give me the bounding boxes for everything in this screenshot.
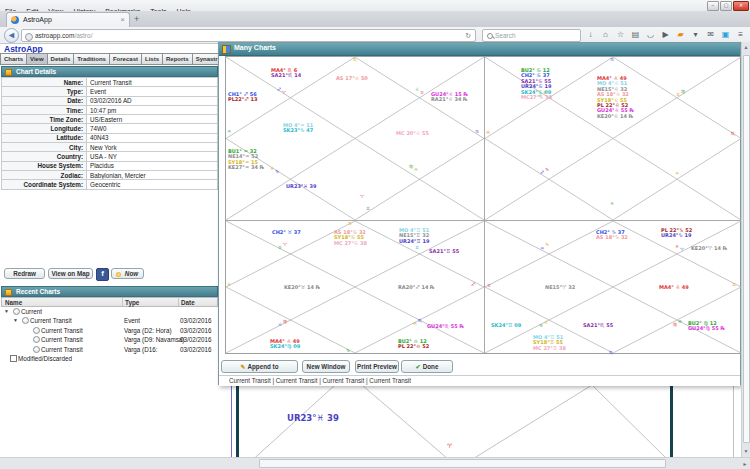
recent-charts-header: Recent Charts	[1, 286, 218, 297]
sign-glyph: ♊	[415, 246, 419, 251]
planet-label: BU2° ♎ 12PL 22°♎ 52	[398, 339, 429, 350]
planet-label: MA4° ♌ 49	[659, 285, 689, 290]
sign-glyph: ♌	[538, 94, 542, 99]
home-icon[interactable]: ⌂	[598, 28, 613, 42]
tab-lists[interactable]: Lists	[142, 53, 163, 65]
detail-label: Time Zone:	[2, 115, 87, 124]
sign-glyph: ♓	[610, 202, 614, 207]
column-header-type[interactable]: Type	[125, 299, 139, 306]
download-icon[interactable]: ↓	[583, 28, 598, 42]
maximize-button[interactable]: ▢	[720, 1, 732, 11]
hamburger-icon[interactable]: ≡	[733, 28, 748, 42]
column-header-date[interactable]: Date	[181, 299, 195, 306]
reload-icon[interactable]: ↻	[465, 32, 471, 40]
planet-label: KE20°♉ 14 ℞	[284, 285, 320, 290]
tree-item-date: 03/02/2016	[180, 317, 212, 324]
search-input[interactable]: Search	[482, 29, 581, 42]
tab-forecast[interactable]: Forecast	[110, 53, 142, 65]
planet-label: GU24°♏ 55 ℞	[427, 324, 464, 329]
append-to-astroscribe-button[interactable]: ✎Append to AstroScribe	[221, 360, 298, 373]
horizontal-scrollbar[interactable]: ►	[0, 457, 750, 469]
redraw-button[interactable]: Redraw	[4, 268, 45, 279]
tab-close-icon[interactable]: ×	[120, 15, 125, 25]
chart-radio-icon[interactable]	[13, 308, 20, 315]
caret-icon[interactable]: ▾	[688, 28, 703, 42]
planet-label: MA4° ♏ 6SA21°♏ 14	[271, 68, 301, 79]
tab-details[interactable]: Details	[48, 53, 75, 65]
done-button[interactable]: ✔Done	[401, 360, 453, 373]
chart-details-table: Name:Current TransitType:EventDate:03/02…	[1, 77, 218, 190]
horizontal-scroll-thumb[interactable]	[259, 459, 666, 468]
dialog-titlebar[interactable]: Many Charts	[219, 43, 740, 56]
app-icon[interactable]: ▣	[718, 28, 733, 42]
sign-glyph: ♌	[415, 88, 419, 93]
tab-view[interactable]: View	[27, 53, 48, 65]
sign-glyph: ♒	[540, 247, 544, 252]
background-uranus-label: UR23°♓ 39	[287, 413, 339, 423]
view-on-map-button[interactable]: View on Map	[48, 268, 93, 279]
planet-label: NE15°♈ 32	[545, 285, 575, 290]
sign-glyph: ♓	[227, 283, 231, 288]
scroll-down-icon[interactable]: ▼	[742, 446, 750, 457]
minimize-button[interactable]: –	[707, 1, 719, 11]
sign-glyph: ♓	[675, 245, 679, 250]
scroll-up-icon[interactable]: ▲	[742, 42, 750, 53]
planet-label: BU1° ♒ 32NE14°♒ 52SY18°♒ 15KE27°♒ 34 ℞	[228, 149, 264, 171]
facebook-button[interactable]: f	[96, 268, 109, 281]
detail-row: City:New York	[2, 143, 218, 152]
scroll-right-icon[interactable]: ►	[740, 459, 750, 469]
astroapp-favicon-icon	[11, 16, 19, 24]
new-tab-button[interactable]: +	[134, 14, 139, 24]
tab-synastry[interactable]: Synastry	[193, 53, 219, 65]
vertical-scrollbar[interactable]: ▲ ▼	[741, 42, 750, 457]
checkbox[interactable]	[10, 355, 17, 362]
planet-label: BU2° ♍ 12GU24°♍ 55 ℞	[688, 321, 725, 332]
tab-reports[interactable]: Reports	[163, 53, 193, 65]
browser-tab-astroapp[interactable]: AstroApp ×	[6, 12, 130, 28]
expander-icon[interactable]: ▼	[4, 308, 9, 314]
tree-row[interactable]: Current TransitVarga (D2: Hora)03/02/201…	[1, 326, 218, 335]
tab-charts[interactable]: Charts	[0, 53, 27, 65]
tree-row[interactable]: ▼Current TransitEvent03/02/2016	[1, 316, 218, 325]
detail-label: Longitude:	[2, 124, 87, 133]
sign-glyph: ♎	[414, 168, 418, 173]
tree-row[interactable]: Current TransitVarga (D9: Navamsa)03/02/…	[1, 335, 218, 344]
chart-radio-icon[interactable]	[33, 346, 40, 353]
tree-row[interactable]: Modified/Discarded	[1, 354, 218, 363]
chart-radio-icon[interactable]	[33, 336, 40, 343]
new-window-button[interactable]: New Window	[302, 360, 350, 373]
print-preview-button[interactable]: Print Preview	[355, 360, 399, 373]
vertical-scroll-thumb[interactable]	[743, 55, 750, 443]
sign-glyph: ♍	[283, 320, 287, 325]
detail-label: Name:	[2, 78, 87, 87]
send-icon[interactable]: ▶	[658, 28, 673, 42]
planet-label: MO 4°♒ 11SK23°♑ 47	[283, 123, 313, 134]
tree-row[interactable]: Current TransitVarga (D16:03/02/2016	[1, 345, 218, 354]
detail-value: 40N43	[87, 133, 218, 142]
pocket-icon[interactable]: ◡	[643, 28, 658, 42]
close-button[interactable]: ✕	[733, 1, 749, 11]
chart-radio-icon[interactable]	[33, 327, 40, 334]
column-header-name[interactable]: Name	[5, 299, 22, 306]
tree-row[interactable]: ▼Current	[1, 307, 218, 316]
url-bar[interactable]: astroapp.com/astro/ ↻	[21, 29, 476, 42]
tree-item-name: Modified/Discarded	[18, 355, 72, 362]
now-button[interactable]: Now	[111, 268, 144, 279]
chat-icon[interactable]: ✉	[703, 28, 718, 42]
back-button[interactable]: ◄	[4, 28, 19, 43]
sign-glyph: ♌	[278, 323, 282, 328]
expander-icon[interactable]: ▼	[13, 317, 18, 323]
chart-radio-icon[interactable]	[22, 317, 29, 324]
window-controls: –▢✕	[706, 1, 749, 9]
detail-row: Type:Event	[2, 87, 218, 96]
now-icon	[116, 272, 121, 277]
bookmark-star-icon[interactable]: ☆	[613, 28, 628, 42]
detail-row: Country:USA - NY	[2, 152, 218, 161]
sign-glyph: ♋	[348, 222, 352, 227]
planet-label: CH1° ♐ 56PL22°♐ 13	[228, 92, 258, 103]
tab-traditions[interactable]: Traditions	[74, 53, 110, 65]
chart-details-panel: Chart Details Name:Current TransitType:E…	[1, 66, 218, 190]
addon-icon[interactable]: ▰	[673, 28, 688, 42]
detail-row: Coordinate System:Geocentric	[2, 180, 218, 189]
clipboard-icon[interactable]: ▤	[628, 28, 643, 42]
